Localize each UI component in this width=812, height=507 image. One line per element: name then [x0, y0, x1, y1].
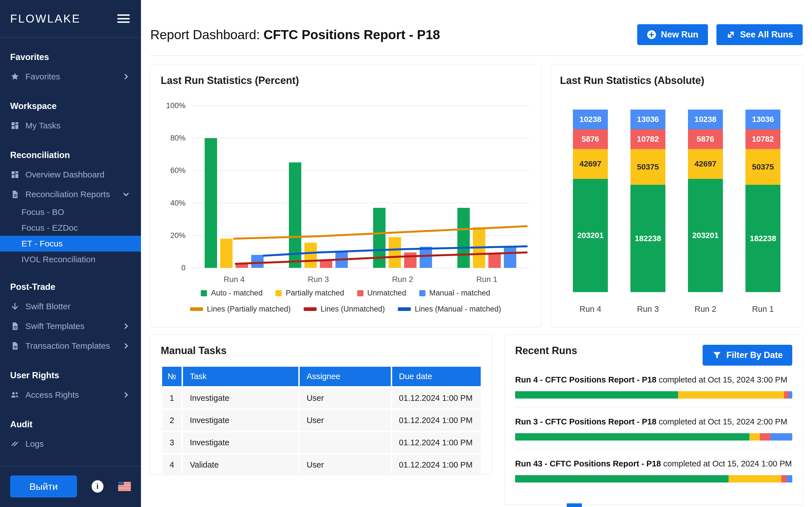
page-button[interactable]: 4	[646, 503, 661, 507]
legend-swatch-manual-matched	[419, 290, 425, 296]
sidebar-item-label: My Tasks	[26, 121, 60, 130]
stacked-bar-Run 2: 10238587642697203201Run 2	[688, 110, 723, 314]
run-progress-bar	[515, 475, 792, 483]
sidebar-item-label: Overview Dashboard	[26, 170, 104, 179]
table-cell: 3	[162, 432, 182, 453]
us-flag-icon[interactable]	[118, 482, 131, 492]
legend-label: Lines (Manual - matched)	[415, 305, 501, 314]
filter-by-date-button[interactable]: Filter By Date	[703, 345, 792, 365]
sidebar-item-transaction-templates[interactable]: Transaction Templates	[0, 336, 141, 356]
legend-item: Manual - matched	[419, 289, 490, 297]
new-run-button[interactable]: New Run	[637, 24, 708, 45]
section-heading-user-rights: User Rights	[0, 371, 141, 381]
segment-value: 203201	[692, 231, 718, 240]
progress-segment	[760, 433, 770, 441]
run-name: Run 43 - CFTC Positions Report - P18	[515, 459, 661, 468]
legend-item: Auto - matched	[201, 289, 262, 297]
progress-segment	[786, 475, 792, 483]
sidebar-subitem-et-focus[interactable]: ET - Focus	[0, 236, 141, 251]
table-cell: 1	[162, 388, 182, 408]
x-tick-label: Run 4	[579, 304, 601, 314]
table-cell: User	[300, 410, 391, 431]
table-row[interactable]: 2InvestigateUser01.12.2024 1:00 PM	[162, 410, 481, 431]
run-title: Run 4 - CFTC Positions Report - P18 comp…	[515, 375, 792, 385]
sidebar-item-label: Favorites	[26, 72, 60, 81]
run-item[interactable]: Run 4 - CFTC Positions Report - P18 comp…	[515, 375, 792, 407]
table-row[interactable]: 1InvestigateUser01.12.2024 1:00 PM	[162, 388, 481, 408]
menu-icon[interactable]	[117, 14, 130, 23]
column-header: Assignee	[300, 367, 391, 386]
x-tick-label: Run 4	[223, 275, 245, 284]
run-status: completed at Oct 15, 2024 3:00 PM	[656, 375, 787, 384]
page-button-active[interactable]: 1	[567, 503, 582, 507]
run-item[interactable]: Run 3 - CFTC Positions Report - P18 comp…	[515, 417, 792, 450]
sidebar-item-swift-blotter[interactable]: Swift Blotter	[0, 297, 141, 316]
y-tick-label: 20%	[170, 231, 186, 240]
chevron-right-icon	[122, 323, 130, 330]
table-cell: Investigate	[183, 432, 298, 453]
legend-label: Lines (Unmatched)	[320, 305, 385, 314]
segment-value: 42697	[579, 159, 601, 168]
column-header: Due date	[392, 367, 481, 386]
section-heading-workspace: Workspace	[0, 101, 141, 111]
sidebar-item-reconciliation-reports[interactable]: Reconciliation Reports	[0, 184, 141, 204]
legend-item: Lines (Partially matched)	[190, 305, 291, 314]
info-icon[interactable]: i	[92, 480, 103, 493]
sidebar-item-swift-templates[interactable]: Swift Templates	[0, 316, 141, 336]
segment-value: 13036	[752, 115, 774, 124]
sidebar-item-favorites[interactable]: Favorites	[0, 67, 141, 87]
legend-swatch-partially-matched	[275, 290, 282, 296]
segment-Auto - matched: 203201	[688, 179, 723, 292]
legend-swatch-auto-matched	[201, 290, 207, 296]
segment-Partially matched: 42697	[573, 149, 608, 179]
sidebar-item-label: Logs	[26, 439, 44, 449]
x-tick-label: Run 2	[392, 275, 413, 284]
bar-Manual - matched	[251, 255, 264, 268]
sidebar-item-logs[interactable]: Logs	[0, 434, 141, 454]
manual-tasks-table: №TaskAssigneeDue date 1InvestigateUser01…	[161, 365, 482, 477]
legend-series: Auto - matched Partially matched Unmatch…	[161, 289, 530, 297]
page-button[interactable]: 5	[673, 503, 688, 507]
legend-label: Partially matched	[286, 289, 344, 297]
sidebar-item-overview-dashboard[interactable]: Overview Dashboard	[0, 165, 141, 184]
segment-Manual - matched: 13036	[746, 110, 780, 129]
progress-segment	[789, 391, 792, 399]
sidebar-item-access-rights[interactable]: Access Rights	[0, 385, 141, 405]
segment-value: 13036	[637, 115, 659, 124]
segment-value: 5876	[697, 135, 714, 144]
page-button[interactable]: 100	[726, 503, 741, 507]
stacked-bar-Run 3: 130361078250375182238Run 3	[630, 110, 665, 314]
page-button[interactable]: ...	[699, 503, 714, 507]
run-item[interactable]: Run 43 - CFTC Positions Report - P18 com…	[515, 459, 792, 491]
y-tick-label: 60%	[170, 166, 186, 175]
sidebar-subitem-focus-ezdoc[interactable]: Focus - EZDoc	[0, 220, 141, 236]
y-tick-label: 100%	[166, 101, 186, 110]
bar-Partially matched	[305, 243, 317, 268]
table-row[interactable]: 3Investigate01.12.2024 1:00 PM	[162, 432, 481, 453]
see-all-runs-button[interactable]: See All Runs	[716, 24, 803, 45]
segment-value: 10238	[695, 115, 716, 124]
logs-icon	[10, 439, 20, 449]
page-button[interactable]: 2	[593, 503, 608, 507]
run-progress-bar	[515, 391, 792, 399]
grid-icon	[10, 121, 20, 130]
sidebar-nav: Favorites Favorites Workspace My Tasks R…	[0, 52, 141, 454]
segment-Auto - matched: 182238	[630, 185, 665, 292]
people-icon	[10, 390, 20, 400]
sidebar-subitem-ivol-reconciliation[interactable]: IVOL Reconciliation	[0, 251, 141, 267]
sidebar-subitem-focus-bo[interactable]: Focus - BO	[0, 204, 141, 220]
sidebar-item-my-tasks[interactable]: My Tasks	[0, 116, 141, 135]
table-header-row: №TaskAssigneeDue date	[162, 367, 481, 386]
page-button[interactable]: 3	[620, 503, 635, 507]
run-title: Run 3 - CFTC Positions Report - P18 comp…	[515, 417, 792, 427]
legend-item: Lines (Unmatched)	[304, 305, 385, 314]
segment-value: 42697	[695, 159, 716, 168]
logout-button[interactable]: Выйти	[10, 475, 77, 497]
segment-value: 10782	[637, 135, 659, 144]
segment-Partially matched: 42697	[688, 149, 723, 179]
segment-Auto - matched: 182238	[746, 185, 780, 292]
table-row[interactable]: 4ValidateUser01.12.2024 1:00 PM	[162, 455, 481, 475]
progress-segment	[784, 391, 789, 399]
plus-circle-icon	[647, 30, 656, 40]
segment-value: 10782	[752, 135, 774, 144]
